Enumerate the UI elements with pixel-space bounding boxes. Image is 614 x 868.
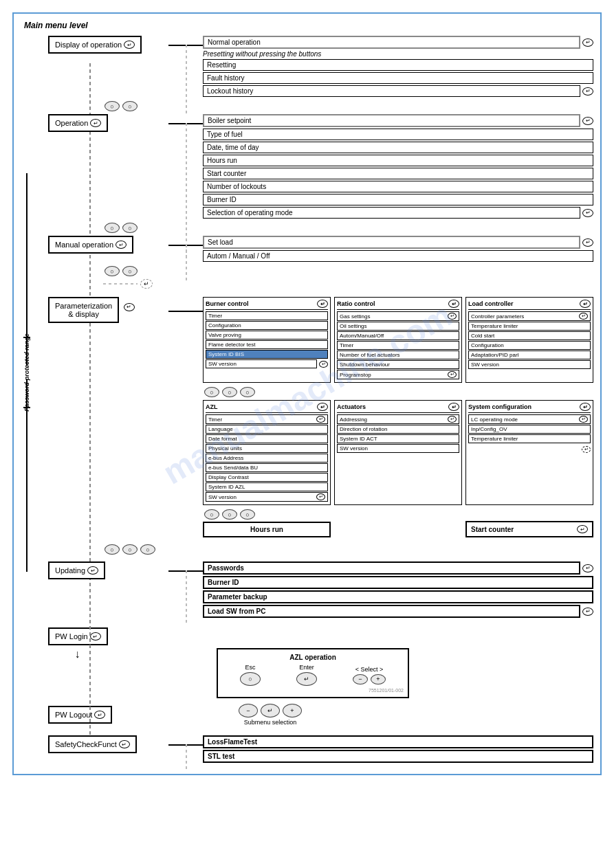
set-load-row: Set load ↵ (203, 236, 593, 249)
azl-item-1: Timer (208, 416, 222, 423)
bc-item-1: Timer (206, 311, 328, 320)
param-grid-mid: AZL ↵ Timer ↵ Language Date format Physi… (203, 400, 593, 505)
pw-logout-enter: ↵ (94, 711, 105, 719)
hours-run-box: Hours run (203, 522, 331, 537)
start-counter-op-box: Start counter (203, 168, 593, 179)
autom-manual-box: Autom / Manual / Off (203, 250, 593, 262)
bc-swversion-row: SW version ↵ (206, 359, 328, 368)
azl-item-3: Date format (206, 434, 328, 443)
load-controller-panel: Load controller ↵ Controller parameters … (465, 297, 593, 383)
set-load-box: Set load (203, 236, 580, 249)
passwords-box: Passwords (203, 561, 580, 575)
ellipse-param-o3[interactable]: ○ (140, 544, 155, 555)
azl-keys-row: Esc ○ Enter ↵ < Select > − + (222, 664, 404, 686)
ellipse-param-o2[interactable]: ○ (122, 544, 138, 555)
submenu-label: Submenu selection (244, 719, 297, 726)
select-btns: − + (351, 674, 387, 685)
updating-box: Updating ↵ (48, 561, 105, 579)
ratio-control-title-row: Ratio control ↵ (337, 300, 459, 310)
manual-operation-box: Manual operation ↵ (48, 236, 133, 254)
ellipse-param-3[interactable]: ○ (240, 387, 255, 397)
select-right-btn[interactable]: + (371, 674, 386, 685)
param-backup-row: Parameter backup (203, 590, 593, 603)
param-backup-box: Parameter backup (203, 590, 593, 603)
pw-login-box: PW Login ↵ (48, 627, 108, 645)
ellipse-1[interactable]: ○ (105, 101, 120, 111)
normal-operation-box: Normal operation (203, 36, 580, 49)
ellipse-param-1[interactable]: ○ (204, 387, 219, 397)
presetting-note: Presetting without pressing the buttons (203, 50, 593, 58)
enter-btn[interactable]: ↵ (296, 672, 317, 686)
ellipse-op-2[interactable]: ○ (122, 223, 138, 233)
azl-item-4: Physical units (206, 444, 328, 453)
ellipse-param-mid-3[interactable]: ○ (240, 509, 255, 520)
ratio-control-panel: Ratio control ↵ Gas settings ↵ Oil setti… (334, 297, 462, 383)
diagram-content: Password-protected range Display of oper… (21, 36, 593, 764)
sc-item-3: Temperature limiter (468, 434, 591, 443)
ellipse-man-1[interactable]: ○ (105, 266, 120, 276)
ellipse-param-mid-2[interactable]: ○ (222, 509, 237, 520)
submenu-minus-btn[interactable]: − (239, 704, 258, 717)
ellipse-param-o1[interactable]: ○ (105, 544, 120, 555)
lc-item-1-row: Controller parameters ↵ (468, 311, 591, 321)
load-controller-title: Load controller (468, 300, 514, 307)
burner-control-panel: Burner control ↵ Timer Configuration Val… (203, 297, 331, 383)
ellipse-man-2[interactable]: ○ (122, 266, 138, 276)
ellipses-param-top: ○ ○ ○ (203, 387, 593, 397)
display-of-operation-box: Display of operation ↵ (48, 36, 142, 54)
azl-item-6: e-bus Send/data BU (206, 463, 328, 472)
azl-item-8: System ID AZL (206, 482, 328, 491)
actuators-enter: ↵ (448, 403, 459, 411)
lc-item-3: Cold start (468, 331, 591, 340)
ellipse-op-1[interactable]: ○ (105, 223, 120, 233)
load-sw-row: Load SW from PC ↵ (203, 605, 593, 618)
lc-item-6: SW version (468, 360, 591, 369)
bc-item-4: Flame detector test (206, 340, 328, 349)
sc-item-1-enter: ↵ (579, 416, 588, 423)
pw-bracket: Password-protected range (21, 173, 33, 572)
actuators-title: Actuators (337, 403, 366, 410)
select-left-btn[interactable]: − (353, 674, 368, 685)
updating-label: Updating (55, 566, 85, 575)
normal-operation-row: Normal operation ↵ (203, 36, 593, 49)
passwords-enter: ↵ (582, 564, 593, 572)
date-time-box: Date, time of day (203, 142, 593, 153)
sc-item-2: Inp/Config_OV (468, 425, 591, 434)
safety-check-section: SafetyCheckFunct ↵ LossFlameTest STL tes… (48, 735, 593, 764)
ellipses-manual: ○ ○ (103, 266, 593, 276)
num-lockouts-row: Number of lockouts (203, 181, 593, 192)
ellipse-param-2[interactable]: ○ (222, 387, 237, 397)
ellipse-param-mid-1[interactable]: ○ (204, 509, 219, 520)
rc-item-2: Oil settings (337, 322, 459, 331)
dashed-enter-icon: ↵ (140, 279, 153, 289)
esc-btn[interactable]: ○ (240, 672, 261, 686)
system-config-panel: System configuration ↵ LC operating mode… (465, 400, 593, 505)
pw-label: Password-protected range (23, 333, 30, 412)
lc-item-5: Adaptation/PID parl (468, 350, 591, 359)
updating-section: Updating ↵ Passwords ↵ Burner ID Paramet… (48, 561, 593, 619)
ellipse-2[interactable]: ○ (122, 101, 138, 111)
sc-bottom-enter-row: ↵ (468, 446, 591, 453)
submenu-plus-btn[interactable]: + (283, 704, 302, 717)
sc-bottom-enter: ↵ (582, 446, 591, 453)
load-sw-enter: ↵ (582, 608, 593, 616)
param-label-1: Parameterization (55, 302, 112, 310)
fault-history-box: Fault history (203, 72, 593, 84)
lockout-history-row: Lockout history ↵ (203, 85, 593, 97)
azl-swversion: SW version (208, 494, 237, 500)
param-grid-bottom: Hours run Start counter ↵ (203, 521, 593, 537)
set-load-enter: ↵ (582, 238, 593, 247)
act-item-2: Direction of rotation (337, 425, 459, 434)
safety-check-label: SafetyCheckFunct (55, 740, 117, 748)
select-label: < Select > (355, 666, 384, 673)
act-item-1-row: Addressing ↵ (337, 414, 459, 424)
pw-login-enter: ↵ (90, 632, 101, 641)
updating-enter: ↵ (87, 566, 98, 575)
fault-history-row: Fault history (203, 72, 593, 84)
submenu-section: − ↵ + Submenu selection (237, 704, 303, 726)
act-addressing-enter: ↵ (448, 416, 457, 423)
lc-enter: ↵ (580, 300, 591, 308)
bc-swversion-enter: ↵ (319, 361, 328, 368)
submenu-enter-btn[interactable]: ↵ (261, 704, 280, 717)
manual-operation-label: Manual operation (55, 241, 113, 249)
